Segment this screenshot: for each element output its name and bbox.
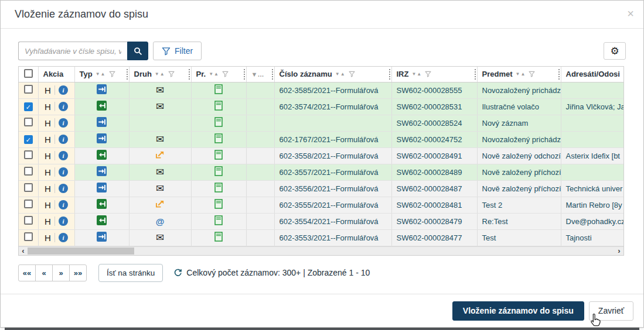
select-cell[interactable] — [19, 197, 38, 213]
table-row[interactable]: ✓ Hi ✉ 602-3574/2021--Formulářová SW602-… — [19, 98, 623, 115]
column-resize-handle[interactable] — [244, 69, 246, 80]
column-resize-handle[interactable] — [189, 69, 190, 80]
typ-cell — [74, 147, 129, 164]
filter-button[interactable]: Filter — [153, 42, 202, 60]
table-row[interactable]: Hi @ 602-3554/2021--Formulářová SW602-00… — [19, 213, 623, 229]
row-checkbox[interactable] — [24, 167, 33, 176]
history-action-link[interactable]: H — [45, 102, 51, 112]
table-row[interactable]: Hi ✉ 602-3557/2021--Formulářová SW602-00… — [19, 164, 623, 180]
table-row[interactable]: ✓ Hi ✉ 602-1767/2021--Formulářová SW602-… — [19, 131, 623, 147]
info-icon[interactable]: i — [59, 118, 68, 128]
scrollbar-thumb[interactable] — [28, 248, 134, 255]
select-cell[interactable] — [19, 164, 38, 180]
predmet-cell: Novozaložený prichádz... — [477, 131, 561, 147]
column-filter-icon[interactable] — [349, 71, 355, 77]
select-cell[interactable] — [19, 213, 38, 229]
row-checkbox[interactable] — [24, 216, 33, 225]
row-checkbox[interactable]: ✓ — [24, 102, 33, 111]
info-icon[interactable]: i — [59, 85, 68, 95]
column-filter-icon[interactable] — [168, 71, 175, 77]
sort-icons[interactable]: ▼▲ — [335, 71, 346, 77]
table-row[interactable]: Hi ✉ 602-3585/2021--Formulářová SW602-00… — [19, 82, 623, 98]
column-resize-handle[interactable] — [389, 69, 391, 80]
column-resize-handle[interactable] — [272, 69, 274, 80]
col-header-irz[interactable]: IRZ▼▲ — [391, 67, 477, 82]
row-checkbox[interactable] — [24, 118, 33, 126]
info-icon[interactable]: i — [59, 233, 68, 242]
pr-cell — [191, 131, 246, 147]
column-filter-icon[interactable] — [529, 71, 535, 77]
sort-icons[interactable]: ▼▲ — [155, 71, 165, 77]
sort-icons[interactable]: ▼▲ — [411, 71, 422, 77]
info-icon[interactable]: i — [59, 102, 68, 111]
search-button[interactable] — [127, 42, 148, 60]
info-icon[interactable]: i — [59, 216, 68, 226]
scroll-left-icon[interactable]: ‹ — [19, 247, 28, 255]
settings-button[interactable]: ⚙ — [604, 42, 626, 60]
record-number-cell: 602-3556/2021--Formulářová — [274, 180, 391, 197]
select-cell[interactable] — [19, 180, 38, 197]
table-row[interactable]: Hi ✉ 602-3553/2021--Formulářová SW602-00… — [19, 229, 623, 246]
sort-icons[interactable]: ▼▲ — [516, 71, 526, 77]
row-checkbox[interactable] — [24, 200, 33, 208]
insert-records-button[interactable]: Vloženie záznamov do spisu — [452, 301, 584, 321]
column-resize-handle[interactable] — [127, 69, 128, 80]
sort-icons[interactable]: ▼▲ — [209, 71, 219, 77]
table-row[interactable]: Hi 602-3555/2021--Formulářová SW602-0000… — [19, 197, 623, 213]
history-action-link[interactable]: H — [45, 85, 51, 95]
more-cell — [246, 197, 274, 213]
select-cell[interactable]: ✓ — [19, 131, 38, 147]
table-row[interactable]: Hi ✉ 602-3556/2021--Formulářová SW602-00… — [19, 180, 623, 197]
history-action-link[interactable]: H — [45, 184, 51, 194]
typ-cell — [74, 213, 129, 229]
col-header-cislo[interactable]: Číslo záznamu▼▲ — [274, 67, 391, 82]
refresh-icon[interactable] — [173, 269, 182, 277]
row-checkbox[interactable] — [24, 150, 33, 159]
first-page-button[interactable]: «« — [18, 264, 36, 281]
sort-icons[interactable]: ▼▲ — [96, 71, 106, 77]
scroll-right-icon[interactable]: › — [615, 247, 623, 255]
row-checkbox[interactable] — [24, 85, 33, 94]
column-resize-handle[interactable] — [475, 69, 476, 80]
column-filter-icon[interactable] — [109, 71, 115, 77]
info-icon[interactable]: i — [59, 167, 68, 177]
horizontal-scrollbar[interactable]: ‹ › — [19, 246, 623, 255]
info-icon[interactable]: i — [59, 184, 68, 193]
select-cell[interactable] — [19, 229, 38, 246]
history-action-link[interactable]: H — [45, 135, 51, 145]
info-icon[interactable]: i — [59, 135, 68, 144]
column-filter-icon[interactable] — [425, 71, 431, 77]
row-checkbox[interactable] — [24, 183, 33, 192]
col-header-typ[interactable]: Typ▼▲ — [74, 67, 129, 82]
row-checkbox[interactable] — [24, 232, 33, 241]
select-cell[interactable] — [19, 147, 38, 164]
col-header-pr[interactable]: Pr.▼▲ — [191, 67, 246, 82]
select-all-checkbox[interactable] — [24, 69, 33, 78]
select-cell[interactable] — [19, 115, 38, 131]
record-number-cell — [274, 115, 391, 131]
history-action-link[interactable]: H — [45, 216, 51, 226]
history-action-link[interactable]: H — [45, 167, 51, 177]
column-resize-handle[interactable] — [558, 69, 560, 80]
history-action-link[interactable]: H — [45, 118, 51, 128]
table-row[interactable]: Hi SW602-000028524 Nový záznam — [19, 115, 623, 131]
column-filter-icon[interactable] — [222, 71, 229, 77]
close-button[interactable]: Zavrieť — [589, 301, 633, 321]
row-checkbox[interactable]: ✓ — [24, 135, 33, 144]
info-icon[interactable]: i — [59, 151, 68, 160]
select-cell[interactable]: ✓ — [19, 98, 38, 115]
previous-page-button[interactable]: « — [35, 264, 53, 281]
history-action-link[interactable]: H — [45, 233, 51, 243]
history-action-link[interactable]: H — [45, 200, 51, 210]
select-cell[interactable] — [19, 82, 38, 98]
info-icon[interactable]: i — [59, 200, 68, 209]
last-page-button[interactable]: »» — [69, 264, 87, 281]
col-header-predmet[interactable]: Predmet▼▲ — [477, 67, 561, 82]
close-icon[interactable]: × — [627, 8, 634, 19]
history-action-link[interactable]: H — [45, 151, 51, 161]
next-page-button[interactable]: » — [52, 264, 70, 281]
table-row[interactable]: Hi 602-3558/2021--Formulářová SW602-0000… — [19, 147, 623, 164]
goto-page-button[interactable]: Ísť na stránku — [98, 264, 163, 282]
col-header-druh[interactable]: Druh▼▲ — [129, 67, 191, 82]
search-input[interactable] — [18, 42, 127, 60]
